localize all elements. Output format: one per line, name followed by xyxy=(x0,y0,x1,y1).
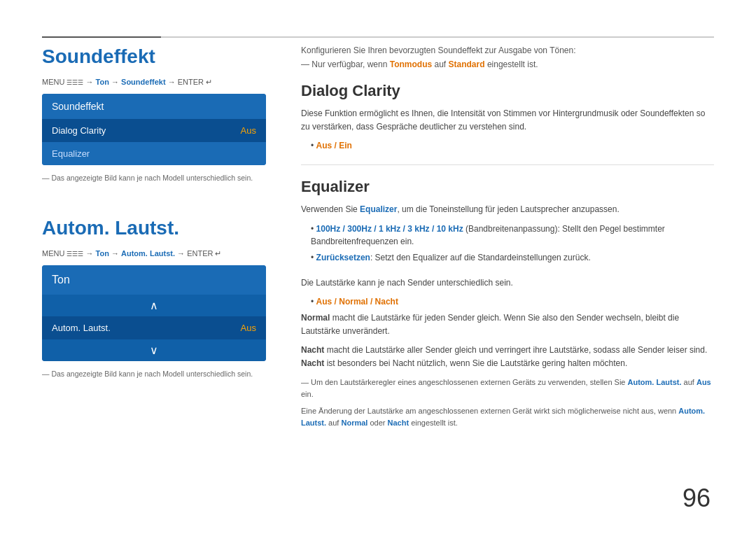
autom-lautst-item-value: Aus xyxy=(241,323,256,333)
right-note: — Nur verfügbar, wenn Tonmodus auf Stand… xyxy=(301,59,714,69)
autom-note2: Eine Änderung der Lautstärke am angeschl… xyxy=(301,405,714,430)
equalizer-body: Verwenden Sie Equalizer, um die Toneinst… xyxy=(301,203,714,216)
equalizer-inline: Equalizer xyxy=(360,204,397,214)
divider1 xyxy=(301,164,714,165)
soundeffekt-note: Das angezeigte Bild kann je nach Modell … xyxy=(42,174,266,182)
autom-lautst-inline1: Autom. Lautst. xyxy=(628,378,682,386)
equalizer-bullet1: 100Hz / 300Hz / 1 kHz / 3 kHz / 10 kHz (… xyxy=(311,223,714,248)
right-column: Konfigurieren Sie Ihren bevorzugten Soun… xyxy=(301,45,714,430)
dialog-clarity-body: Diese Funktion ermöglicht es Ihnen, die … xyxy=(301,107,714,134)
ton-box-header: Ton xyxy=(42,265,266,295)
soundeffekt-ui-box: Soundeffekt Dialog Clarity Aus Equalizer xyxy=(42,94,266,165)
equalizer-label: Equalizer xyxy=(52,148,90,159)
autom-lautst-title: Autom. Lautst. xyxy=(42,217,266,239)
autom-right-section: Die Lautstärke kann je nach Sender unter… xyxy=(301,276,714,430)
soundeffekt-menu-path: MENU ☰☰☰ → Ton → Soundeffekt → ENTER ↵ xyxy=(42,78,266,87)
ton-arrow-down[interactable]: ∨ xyxy=(42,339,266,361)
equalizer-freq-labels: 100Hz / 300Hz / 1 kHz / 3 kHz / 10 kHz xyxy=(316,224,463,234)
autom-body2: Normal macht die Lautstärke für jeden Se… xyxy=(301,311,714,338)
equalizer-bullet2: Zurücksetzen: Setzt den Equalizer auf di… xyxy=(311,251,714,264)
autom-lautst-section: Autom. Lautst. MENU ☰☰☰ → Ton → Autom. L… xyxy=(42,217,266,378)
autom-bullet1-text: Aus / Normal / Nacht xyxy=(316,297,398,307)
autom-lautst-note: Das angezeigte Bild kann je nach Modell … xyxy=(42,370,266,378)
nacht-label2: Nacht xyxy=(301,358,324,368)
autom-body3: Nacht macht die Lautstärke aller Sender … xyxy=(301,344,714,370)
aus-inline1: Aus xyxy=(696,378,711,386)
top-line-accent xyxy=(42,36,161,38)
dialog-clarity-section: Dialog Clarity Diese Funktion ermöglicht… xyxy=(301,82,714,152)
tonmodus-label: Tonmodus xyxy=(390,59,432,69)
standard-label: Standard xyxy=(449,59,485,69)
autom-bullet1: Aus / Normal / Nacht xyxy=(311,295,714,308)
autom-note1: — Um den Lautstärkeregler eines angeschl… xyxy=(301,377,714,401)
ton-arrow-up[interactable]: ∧ xyxy=(42,295,266,316)
normal-inline: Normal xyxy=(341,419,368,427)
soundeffekt-title: Soundeffekt xyxy=(42,45,266,68)
autom-lautst-menu-path: MENU ☰☰☰ → Ton → Autom. Lautst. → ENTER … xyxy=(42,249,266,258)
dialog-clarity-bullet-text: Aus / Ein xyxy=(316,141,352,150)
dialog-clarity-item[interactable]: Dialog Clarity Aus xyxy=(42,119,266,142)
equalizer-item[interactable]: Equalizer xyxy=(42,142,266,165)
equalizer-section: Equalizer Verwenden Sie Equalizer, um di… xyxy=(301,178,714,263)
nacht-label: Nacht xyxy=(301,345,324,355)
equalizer-reset-label: Zurücksetzen xyxy=(316,253,370,262)
page-number: 96 xyxy=(682,484,710,513)
soundeffekt-section: Soundeffekt MENU ☰☰☰ → Ton → Soundeffekt… xyxy=(42,45,266,182)
autom-body1: Die Lautstärke kann je nach Sender unter… xyxy=(301,276,714,290)
soundeffekt-box-header: Soundeffekt xyxy=(42,94,266,119)
nacht-inline: Nacht xyxy=(388,419,410,427)
left-column: Soundeffekt MENU ☰☰☰ → Ton → Soundeffekt… xyxy=(42,45,266,378)
autom-lautst-item[interactable]: Autom. Lautst. Aus xyxy=(42,316,266,339)
ton-ui-box: Ton ∧ Autom. Lautst. Aus ∨ xyxy=(42,265,266,361)
dialog-clarity-label: Dialog Clarity xyxy=(52,125,106,136)
right-intro: Konfigurieren Sie Ihren bevorzugten Soun… xyxy=(301,45,714,55)
equalizer-section-title: Equalizer xyxy=(301,178,714,196)
dialog-clarity-bullet: Aus / Ein xyxy=(311,139,714,152)
autom-lautst-item-label: Autom. Lautst. xyxy=(52,323,111,333)
dialog-clarity-value: Aus xyxy=(241,125,256,136)
dialog-clarity-section-title: Dialog Clarity xyxy=(301,82,714,100)
normal-label: Normal xyxy=(301,313,330,323)
